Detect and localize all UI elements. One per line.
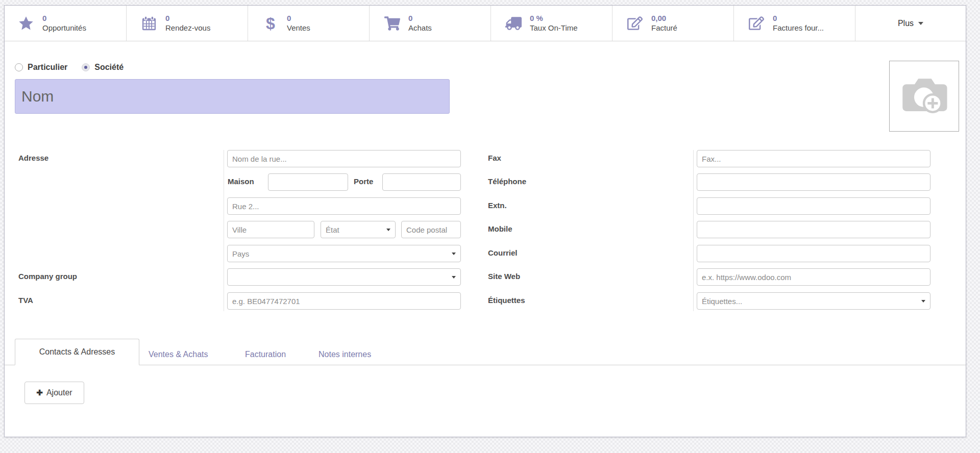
- stat-button-sales[interactable]: $ 0 Ventes: [248, 6, 370, 41]
- phone-label: Téléphone: [488, 177, 526, 186]
- chevron-down-icon: [918, 22, 923, 25]
- tab-contacts-addresses[interactable]: Contacts & Adresses: [15, 339, 139, 365]
- radio-individual-circle[interactable]: [15, 63, 23, 71]
- tags-select[interactable]: [697, 292, 930, 310]
- calendar-icon: [140, 16, 158, 31]
- plus-icon: ✚: [36, 388, 43, 397]
- purchases-count: 0: [408, 14, 432, 23]
- street2-input[interactable]: [227, 197, 461, 215]
- door-label: Porte: [354, 177, 373, 186]
- extension-label: Extn.: [488, 201, 507, 210]
- stat-button-purchases[interactable]: 0 Achats: [370, 6, 491, 41]
- opportunities-count: 0: [42, 14, 86, 23]
- stat-button-vendor-bills[interactable]: 0 Factures four...: [734, 6, 855, 41]
- house-label: Maison: [228, 177, 254, 186]
- house-number-input[interactable]: [268, 173, 348, 191]
- stat-button-opportunities[interactable]: 0 Opportunités: [5, 6, 127, 41]
- city-input[interactable]: [227, 221, 314, 238]
- add-contact-button[interactable]: ✚ Ajouter: [24, 382, 84, 404]
- tab-internal-notes[interactable]: Notes internes: [318, 350, 371, 359]
- tab-invoicing[interactable]: Facturation: [245, 350, 286, 359]
- sales-count: 0: [287, 14, 310, 23]
- dollar-icon: $: [261, 15, 280, 32]
- ontime-rate-count: 0 %: [530, 14, 578, 23]
- meetings-count: 0: [165, 14, 210, 23]
- street-input[interactable]: [227, 150, 461, 167]
- vendor-bills-label: Factures four...: [773, 23, 824, 33]
- more-dropdown-button[interactable]: Plus: [855, 6, 966, 41]
- phone-input[interactable]: [697, 173, 930, 191]
- cart-icon: [383, 16, 401, 31]
- radio-company-circle[interactable]: [82, 63, 90, 71]
- radio-company[interactable]: Société: [82, 63, 124, 72]
- add-contact-button-label: Ajouter: [46, 388, 72, 397]
- door-number-input[interactable]: [382, 173, 461, 191]
- stat-button-bar: 0 Opportunités 0 Ren: [5, 6, 966, 41]
- extension-input[interactable]: [697, 197, 930, 215]
- name-input[interactable]: [15, 79, 450, 114]
- vendor-bills-count: 0: [773, 14, 824, 23]
- email-input[interactable]: [697, 245, 930, 262]
- email-label: Courriel: [488, 248, 518, 257]
- more-dropdown-label: Plus: [898, 19, 914, 28]
- tab-sales-purchases[interactable]: Ventes & Achats: [149, 350, 208, 359]
- radio-company-label: Société: [94, 63, 124, 72]
- radio-individual-label: Particulier: [28, 63, 67, 72]
- vat-label: TVA: [18, 296, 33, 305]
- right-group-separator: [693, 150, 694, 311]
- mobile-input[interactable]: [697, 221, 930, 238]
- opportunities-label: Opportunités: [42, 23, 86, 33]
- ontime-rate-label: Taux On-Time: [530, 23, 578, 33]
- stat-button-ontime-rate[interactable]: 0 % Taux On-Time: [491, 6, 612, 41]
- camera-plus-icon: [899, 73, 950, 119]
- truck-icon: [504, 17, 523, 30]
- address-label: Adresse: [18, 154, 48, 162]
- company-type-selector: Particulier Société: [15, 63, 124, 72]
- tab-contacts-addresses-label: Contacts & Adresses: [39, 347, 115, 357]
- website-input[interactable]: [697, 268, 930, 286]
- country-select[interactable]: [227, 245, 461, 262]
- form-sheet: 0 Opportunités 0 Ren: [4, 5, 966, 437]
- fax-label: Fax: [488, 154, 501, 162]
- state-select[interactable]: [321, 221, 396, 238]
- zip-input[interactable]: [401, 221, 461, 238]
- invoiced-label: Facturé: [651, 23, 677, 33]
- invoiced-count: 0,00: [651, 14, 677, 23]
- company-group-label: Company group: [18, 272, 77, 281]
- mobile-label: Mobile: [488, 224, 512, 233]
- stat-button-invoiced[interactable]: 0,00 Facturé: [612, 6, 734, 41]
- website-label: Site Web: [488, 272, 520, 281]
- left-group-separator: [224, 150, 224, 311]
- sales-label: Ventes: [287, 23, 310, 33]
- photo-upload-box[interactable]: [889, 61, 959, 132]
- vat-input[interactable]: [227, 292, 461, 310]
- stat-button-meetings[interactable]: 0 Rendez-vous: [127, 6, 248, 41]
- purchases-label: Achats: [408, 23, 432, 33]
- radio-individual[interactable]: Particulier: [15, 63, 67, 72]
- star-icon: [17, 15, 35, 32]
- edit-icon: [747, 16, 766, 30]
- tabbar-underline: [5, 365, 966, 365]
- partner-form-page: { "stat_buttons": [ { "icon": "star-icon…: [0, 0, 980, 453]
- meetings-label: Rendez-vous: [165, 23, 210, 33]
- fax-input[interactable]: [697, 150, 930, 167]
- edit-icon: [626, 16, 644, 30]
- company-group-select[interactable]: [227, 268, 461, 286]
- tags-label: Étiquettes: [488, 296, 525, 305]
